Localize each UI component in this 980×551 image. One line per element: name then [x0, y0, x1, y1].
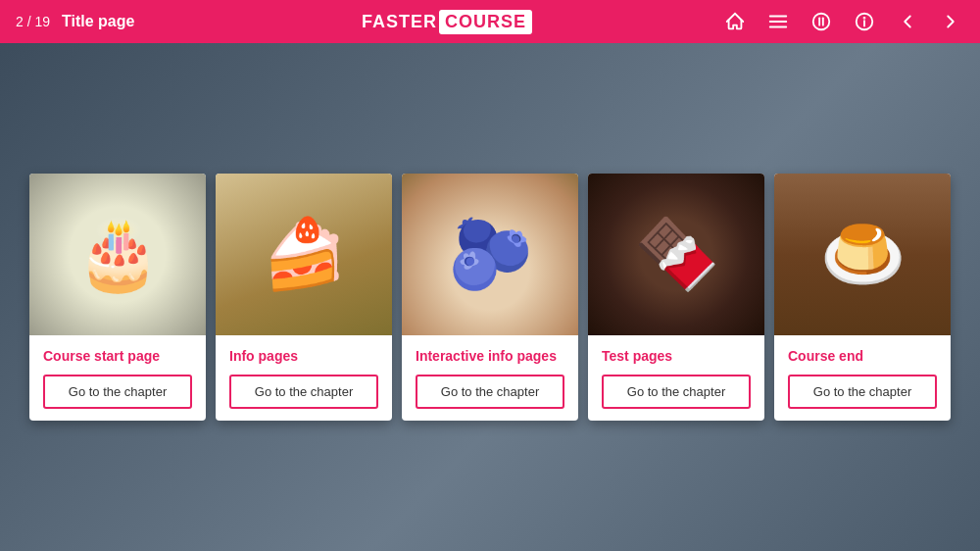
- topbar-right: [721, 8, 964, 35]
- card-food-icon-3: 🫐: [402, 174, 578, 335]
- card-image-4: 🍫: [588, 174, 764, 335]
- go-to-chapter-button-3[interactable]: Go to the chapter: [416, 375, 564, 409]
- topbar-left: 2 / 19 Title page: [16, 13, 172, 30]
- topbar: 2 / 19 Title page FASTER COURSE: [0, 0, 980, 43]
- main-content: 🎂 Course start page Go to the chapter 🍰 …: [0, 43, 980, 551]
- cards-container: 🎂 Course start page Go to the chapter 🍰 …: [29, 174, 951, 421]
- card-2: 🍰 Info pages Go to the chapter: [216, 174, 392, 421]
- card-1: 🎂 Course start page Go to the chapter: [29, 174, 206, 421]
- card-title-4: Test pages: [602, 347, 751, 365]
- card-4: 🍫 Test pages Go to the chapter: [588, 174, 764, 421]
- card-title-5: Course end: [788, 347, 937, 365]
- card-food-icon-2: 🍰: [216, 174, 392, 335]
- card-title-3: Interactive info pages: [416, 347, 564, 365]
- page-counter: 2 / 19: [16, 14, 50, 29]
- next-button[interactable]: [937, 8, 964, 35]
- card-body-1: Course start page Go to the chapter: [29, 335, 206, 421]
- card-title-1: Course start page: [43, 347, 192, 365]
- pause-button[interactable]: [808, 8, 835, 35]
- brand-logo: FASTER COURSE: [362, 10, 532, 34]
- page-title: Title page: [62, 13, 134, 30]
- svg-point-3: [813, 14, 830, 30]
- card-body-4: Test pages Go to the chapter: [588, 335, 764, 421]
- info-button[interactable]: [851, 8, 878, 35]
- card-title-2: Info pages: [229, 347, 378, 365]
- home-button[interactable]: [721, 8, 749, 35]
- card-image-3: 🫐: [402, 174, 578, 335]
- brand-course: COURSE: [439, 10, 532, 34]
- go-to-chapter-button-4[interactable]: Go to the chapter: [602, 375, 751, 409]
- card-food-icon-5: 🍮: [774, 174, 951, 335]
- card-image-2: 🍰: [216, 174, 392, 335]
- card-5: 🍮 Course end Go to the chapter: [774, 174, 951, 421]
- card-food-icon-1: 🎂: [29, 174, 206, 335]
- go-to-chapter-button-1[interactable]: Go to the chapter: [43, 375, 192, 409]
- go-to-chapter-button-5[interactable]: Go to the chapter: [788, 375, 937, 409]
- svg-point-8: [864, 18, 865, 19]
- prev-button[interactable]: [894, 8, 921, 35]
- card-food-icon-4: 🍫: [588, 174, 764, 335]
- card-body-5: Course end Go to the chapter: [774, 335, 951, 421]
- card-body-2: Info pages Go to the chapter: [216, 335, 392, 421]
- card-body-3: Interactive info pages Go to the chapter: [402, 335, 578, 421]
- card-image-5: 🍮: [774, 174, 951, 335]
- card-image-1: 🎂: [29, 174, 206, 335]
- brand-faster: FASTER: [362, 12, 437, 32]
- menu-button[interactable]: [764, 8, 792, 35]
- go-to-chapter-button-2[interactable]: Go to the chapter: [229, 375, 378, 409]
- topbar-center: FASTER COURSE: [172, 10, 721, 34]
- card-3: 🫐 Interactive info pages Go to the chapt…: [402, 174, 578, 421]
